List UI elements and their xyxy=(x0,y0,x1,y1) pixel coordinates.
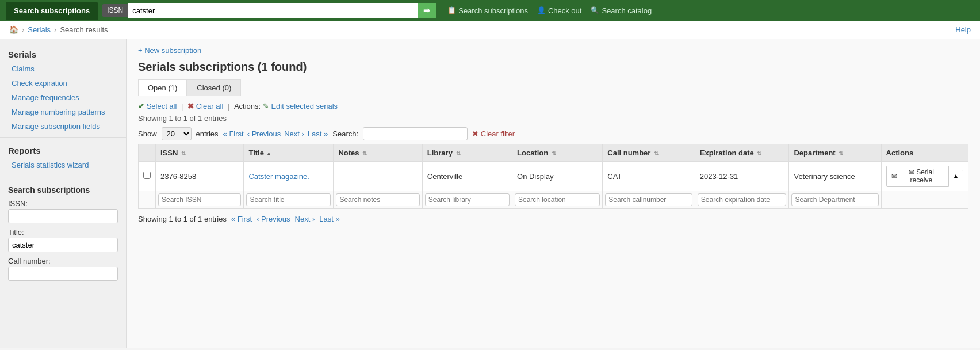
search-subscriptions-nav-link[interactable]: 📋 Search subscriptions xyxy=(447,6,528,15)
search-catalog-nav-link[interactable]: 🔍 Search catalog xyxy=(591,6,652,15)
top-search-input[interactable] xyxy=(128,3,418,18)
clear-all-label: Clear all xyxy=(196,102,224,111)
main-layout: Serials Claims Check expiration Manage f… xyxy=(0,39,980,348)
sidebar-search-section: Search subscriptions ISSN: Title: Call n… xyxy=(0,180,126,291)
row-actions: ✉ ✉ Serial receive ▲ xyxy=(881,162,968,191)
next-link-top[interactable]: Next › xyxy=(284,130,304,138)
table-controls: Show 10 20 50 100 entries « First ‹ Prev… xyxy=(138,127,968,140)
check-out-nav-label: Check out xyxy=(548,6,582,15)
row-title: Catster magazine. xyxy=(244,162,334,191)
search-library-cell xyxy=(422,191,512,209)
search-actions-col xyxy=(881,191,968,209)
callnumber-search-input[interactable] xyxy=(8,267,118,281)
new-subscription-button[interactable]: + New subscription xyxy=(138,46,201,55)
search-department-input[interactable] xyxy=(791,193,878,206)
issn-label: ISSN xyxy=(102,4,128,17)
col-header-callnumber[interactable]: Call number ⇅ xyxy=(603,144,695,162)
table-filter-input[interactable] xyxy=(363,127,468,140)
breadcrumb-serials-link[interactable]: Serials xyxy=(28,25,51,34)
search-expiration-input[interactable] xyxy=(698,193,787,206)
tab-open[interactable]: Open (1) xyxy=(138,79,187,96)
action-btn-group: ✉ ✉ Serial receive ▲ xyxy=(886,166,963,187)
search-location-input[interactable] xyxy=(515,193,600,206)
row-checkbox-cell xyxy=(139,162,156,191)
search-callnumber-input[interactable] xyxy=(605,193,692,206)
serial-receive-icon: ✉ xyxy=(891,172,897,180)
clear-filter-link[interactable]: ✖ Clear filter xyxy=(472,130,515,138)
last-link-top[interactable]: Last » xyxy=(308,130,328,138)
search-go-button[interactable]: ➡ xyxy=(418,3,436,18)
row-expiration: 2023-12-31 xyxy=(695,162,789,191)
bottom-last-link[interactable]: Last » xyxy=(319,215,339,223)
row-department: Veterinary science xyxy=(789,162,881,191)
col-header-notes[interactable]: Notes ⇅ xyxy=(334,144,422,162)
title-search-input[interactable] xyxy=(8,238,118,252)
row-issn: 2376-8258 xyxy=(156,162,244,191)
action-dropdown-button[interactable]: ▲ xyxy=(949,170,963,182)
search-title-input[interactable] xyxy=(246,193,331,206)
select-all-link[interactable]: ✔ Select all xyxy=(138,102,179,111)
callnumber-sort-icon: ⇅ xyxy=(654,150,659,157)
col-header-issn[interactable]: ISSN ⇅ xyxy=(156,144,244,162)
search-issn-input[interactable] xyxy=(158,193,241,206)
search-checkbox-col xyxy=(139,191,156,209)
check-icon: ✔ xyxy=(138,102,144,111)
bottom-first-link[interactable]: « First xyxy=(231,215,252,223)
entries-label: entries xyxy=(196,130,219,138)
search-notes-input[interactable] xyxy=(336,193,419,206)
show-entries-select[interactable]: 10 20 50 100 xyxy=(162,127,192,140)
search-callnumber-cell xyxy=(603,191,695,209)
help-link[interactable]: Help xyxy=(955,25,971,34)
check-out-nav-link[interactable]: 👤 Check out xyxy=(537,6,582,15)
prev-link-top[interactable]: ‹ Previous xyxy=(247,130,281,138)
col-header-expiration[interactable]: Expiration date ⇅ xyxy=(695,144,789,162)
search-library-input[interactable] xyxy=(425,193,510,206)
breadcrumb-sep2: › xyxy=(54,25,56,34)
edit-icon: ✎ xyxy=(263,102,269,111)
table-header-row: ISSN ⇅ Title ▲ Notes ⇅ Library ⇅ xyxy=(139,144,968,162)
row-checkbox[interactable] xyxy=(143,172,151,179)
bottom-showing-text: Showing 1 to 1 of 1 entries xyxy=(138,215,227,223)
sidebar-reports-title: Reports xyxy=(0,141,126,158)
clear-all-link[interactable]: ✖ Clear all xyxy=(187,102,225,111)
issn-search-input[interactable] xyxy=(8,209,118,223)
bottom-prev-link[interactable]: ‹ Previous xyxy=(257,215,290,223)
col-header-title[interactable]: Title ▲ xyxy=(244,144,334,162)
bottom-next-link[interactable]: Next › xyxy=(295,215,315,223)
breadcrumb-home-link[interactable]: 🏠 xyxy=(9,25,18,34)
row-title-link[interactable]: Catster magazine. xyxy=(248,172,309,181)
tabs-container: Open (1) Closed (0) xyxy=(138,79,968,96)
tab-closed[interactable]: Closed (0) xyxy=(187,79,241,96)
sidebar-item-manage-numbering-patterns[interactable]: Manage numbering patterns xyxy=(0,105,126,119)
issn-sort-icon: ⇅ xyxy=(181,150,186,157)
checkout-icon: 👤 xyxy=(537,6,546,14)
edit-selected-link[interactable]: ✎ Edit selected serials xyxy=(263,102,338,111)
search-subscriptions-nav-label: Search subscriptions xyxy=(458,6,528,15)
sidebar-divider xyxy=(0,137,126,138)
col-header-actions: Actions xyxy=(881,144,968,162)
actions-label: Actions: xyxy=(234,102,261,111)
sidebar-item-claims[interactable]: Claims xyxy=(0,62,126,76)
bottom-pagination: Showing 1 to 1 of 1 entries « First ‹ Pr… xyxy=(138,215,968,223)
col-header-location[interactable]: Location ⇅ xyxy=(512,144,603,162)
title-sort-icon: ▲ xyxy=(266,150,272,157)
active-module-label: Search subscriptions xyxy=(6,2,98,20)
department-sort-icon: ⇅ xyxy=(839,150,843,157)
col-header-library[interactable]: Library ⇅ xyxy=(422,144,512,162)
sidebar-item-manage-frequencies[interactable]: Manage frequencies xyxy=(0,90,126,105)
showing-text-top: Showing 1 to 1 of 1 entries xyxy=(138,114,968,123)
search-catalog-nav-label: Search catalog xyxy=(602,6,652,15)
expiration-sort-icon: ⇅ xyxy=(757,150,761,157)
search-issn-cell xyxy=(156,191,244,209)
first-link-top[interactable]: « First xyxy=(223,130,244,138)
sidebar-search-title: Search subscriptions xyxy=(8,185,118,195)
search-notes-cell xyxy=(334,191,422,209)
sidebar-item-manage-subscription-fields[interactable]: Manage subscription fields xyxy=(0,119,126,134)
callnumber-search-label: Call number: xyxy=(8,257,118,265)
serial-receive-button[interactable]: ✉ ✉ Serial receive xyxy=(886,166,950,187)
sidebar-item-serials-statistics[interactable]: Serials statistics wizard xyxy=(0,158,126,172)
actions-sep2: | xyxy=(228,102,232,111)
sidebar-item-check-expiration[interactable]: Check expiration xyxy=(0,76,126,90)
col-header-department[interactable]: Department ⇅ xyxy=(789,144,881,162)
subscriptions-icon: 📋 xyxy=(447,6,456,14)
